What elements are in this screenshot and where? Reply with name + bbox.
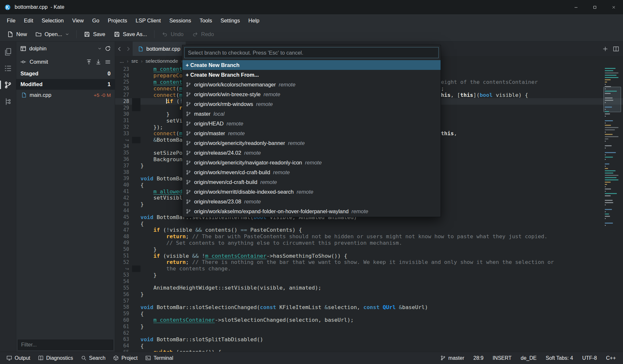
code-line-53[interactable]: 53 }: [115, 272, 623, 279]
code-line-48[interactable]: 48 return; // The bar with PasteContents…: [115, 233, 623, 240]
statusbar-search-toggle[interactable]: Search: [77, 352, 110, 364]
line-text: }: [140, 201, 144, 207]
minimize-button[interactable]: [566, 0, 585, 14]
menu-edit[interactable]: Edit: [20, 14, 37, 27]
pull-icon[interactable]: [95, 59, 101, 65]
toolbar-save-as-button[interactable]: Save As...: [110, 28, 151, 40]
statusbar-cursor-position[interactable]: 28:9: [469, 355, 488, 361]
code-line-56[interactable]: 56}: [115, 291, 623, 298]
branch-label: origin/work/kcolorschememanager: [194, 82, 276, 88]
toolbar-save-button[interactable]: Save: [80, 28, 109, 40]
statusbar-diagnostics-toggle[interactable]: Diagnostics: [34, 352, 77, 364]
menu-view[interactable]: View: [68, 14, 88, 27]
push-icon[interactable]: [86, 59, 92, 65]
line-number: 56: [115, 292, 132, 297]
menu-sessions[interactable]: Sessions: [165, 14, 195, 27]
maximize-button[interactable]: [585, 0, 604, 14]
code-line-49[interactable]: 49 // Set contents to anything else to c…: [115, 240, 623, 246]
code-line-64[interactable]: 64{: [115, 343, 623, 349]
branch-item[interactable]: origin/masterremote: [182, 128, 441, 138]
branch-item[interactable]: origin/HEADremote: [182, 119, 441, 128]
branch-item[interactable]: origin/work/rmb-windowsremote: [182, 99, 441, 109]
code-line-57[interactable]: 57: [115, 298, 623, 304]
tool-project-tree-button[interactable]: [2, 96, 14, 107]
split-view-icon[interactable]: [613, 46, 619, 52]
tool-documents-button[interactable]: [2, 46, 14, 57]
menu-settings[interactable]: Settings: [216, 14, 244, 27]
statusbar-highlight-mode[interactable]: C++: [602, 355, 620, 361]
branch-item[interactable]: origin/work/genericity/navigator-readonl…: [182, 158, 441, 167]
branch-item[interactable]: origin/release/23.08remote: [182, 197, 441, 206]
statusbar-output-toggle[interactable]: Output: [3, 352, 34, 364]
new-tab-icon[interactable]: [602, 46, 608, 52]
breadcrumb-item[interactable]: ...: [120, 58, 124, 64]
branch-item[interactable]: origin/work/win-breeze-styleremote: [182, 89, 441, 99]
code-line-52[interactable]: 52 return; // There is nothing on the ba…: [115, 259, 623, 266]
refresh-icon[interactable]: [105, 46, 111, 52]
branch-item[interactable]: origin/release/24.02remote: [182, 148, 441, 158]
modified-row[interactable]: Modified 1: [16, 79, 115, 90]
code-line-63[interactable]: 63void BottomBar::slotSplitTabDisabled(): [115, 336, 623, 343]
code-line-55[interactable]: 55 AnimatedHeightWidget::setVisible(visi…: [115, 285, 623, 291]
menu-go[interactable]: Go: [88, 14, 103, 27]
branch-item[interactable]: + Create New Branch: [182, 60, 441, 70]
tool-symbols-button[interactable]: [2, 63, 14, 74]
branch-item[interactable]: origin/work/meven/cd-craft-buildremote: [182, 167, 441, 177]
code-line-47[interactable]: 47 if (!visible && contents() == PasteCo…: [115, 227, 623, 233]
branch-search-input[interactable]: [184, 47, 439, 58]
branch-item[interactable]: origin/work/kcolorschememanagerremote: [182, 80, 441, 89]
commit-button[interactable]: Commit: [30, 59, 48, 65]
code-line-wrap[interactable]: ↪ the contents change.: [115, 266, 623, 272]
minimap-line-mark: [605, 200, 613, 201]
menu-tools[interactable]: Tools: [195, 14, 217, 27]
menu-selection[interactable]: Selection: [37, 14, 68, 27]
code-line-51[interactable]: 51 if (visible && !m_contentsContainer->…: [115, 253, 623, 259]
breadcrumb-item[interactable]: src: [131, 58, 138, 64]
modified-file-row[interactable]: main.cpp +5 -0 M: [16, 90, 115, 100]
branch-item[interactable]: masterlocal: [182, 109, 441, 119]
branch-item[interactable]: origin/work/merritt/disable-indexed-sear…: [182, 187, 441, 197]
branch-item[interactable]: origin/meven/cd-craft-buildremote: [182, 177, 441, 187]
history-forward-button[interactable]: [124, 42, 133, 56]
git-filter-input[interactable]: [18, 340, 113, 350]
code-line-61[interactable]: 61}: [115, 323, 623, 330]
code-line-59[interactable]: 59{: [115, 310, 623, 317]
diagnostics-label: Diagnostics: [46, 355, 73, 361]
statusbar-git-branch[interactable]: master: [436, 355, 469, 361]
minimap-scrollbar[interactable]: [603, 67, 621, 352]
code-line-58[interactable]: 58void BottomBar::slotSelectionChanged(c…: [115, 304, 623, 310]
branch-item[interactable]: origin/work/akselmo/expand-folder-on-hov…: [182, 206, 441, 216]
toolbar-open-button[interactable]: Open...: [32, 28, 73, 40]
branch-item[interactable]: + Create New Branch From...: [182, 70, 441, 80]
close-button[interactable]: [604, 0, 623, 14]
staged-row[interactable]: Staged 0: [16, 68, 115, 79]
tool-git-button[interactable]: [2, 79, 14, 90]
project-name[interactable]: dolphin: [29, 46, 46, 52]
menu-projects[interactable]: Projects: [103, 14, 131, 27]
menu-help[interactable]: Help: [244, 14, 264, 27]
statusbar-encoding[interactable]: UTF-8: [577, 355, 601, 361]
code-line-62[interactable]: 62: [115, 330, 623, 336]
history-back-button[interactable]: [115, 42, 124, 56]
code-line-46[interactable]: 46{: [115, 220, 623, 227]
menu-lsp-client[interactable]: LSP Client: [131, 14, 165, 27]
statusbar-dictionary[interactable]: de_DE: [516, 355, 541, 361]
tab-bottombar-cpp[interactable]: bottombar.cpp: [133, 42, 186, 56]
statusbar-project-toggle[interactable]: Project: [109, 352, 141, 364]
minimap-line-mark: [605, 154, 606, 155]
code-line-60[interactable]: 60 m_contentsContainer->slotSelectionCha…: [115, 317, 623, 323]
breadcrumb-item[interactable]: selectionmode: [146, 58, 178, 64]
menu-file[interactable]: File: [3, 14, 20, 27]
statusbar-input-mode[interactable]: INSERT: [488, 355, 516, 361]
toolbar-new-button[interactable]: New: [3, 28, 31, 40]
statusbar-terminal-toggle[interactable]: Terminal: [141, 352, 177, 364]
code-line-65[interactable]: 65 switch (contents()) {: [115, 349, 623, 352]
git-menu-icon[interactable]: [105, 59, 111, 65]
statusbar-tab-mode[interactable]: Soft Tabs: 4: [541, 355, 577, 361]
code-line-50[interactable]: 50 }: [115, 246, 623, 253]
chevron-down-icon[interactable]: [98, 46, 102, 51]
branch-item[interactable]: origin/work/genericity/readonly-bannerre…: [182, 138, 441, 148]
line-number: 24: [115, 73, 132, 79]
code-line-54[interactable]: 54: [115, 278, 623, 285]
gutter: [132, 201, 140, 208]
